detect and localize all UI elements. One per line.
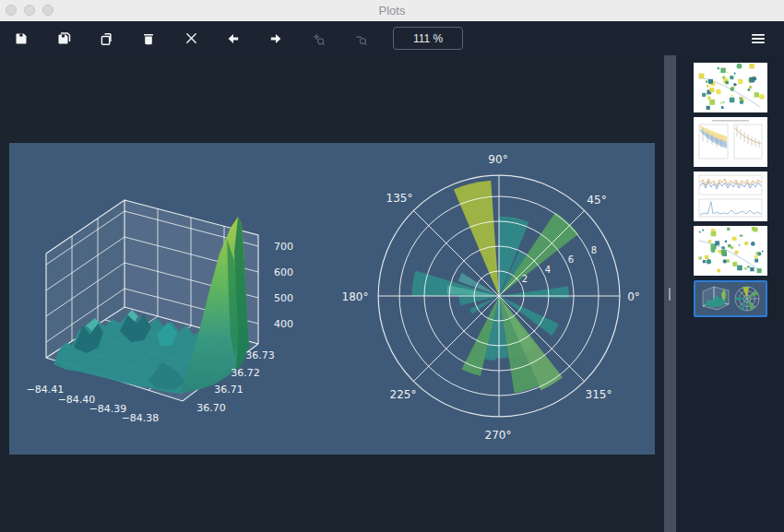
radial-tick-label: 2 (522, 274, 528, 284)
error-band-thumbnail-image (694, 117, 767, 167)
radial-tick-label: 4 (545, 265, 551, 275)
floppy-multiple-icon (56, 30, 72, 46)
angle-label: 0° (627, 290, 640, 303)
angle-label: 315° (586, 388, 612, 401)
floppy-icon (14, 31, 29, 46)
copy-button[interactable] (85, 21, 127, 55)
polar-bar-plot: 0° 45° 90° 135° 180° 225° 270° 315° 2 4 … (341, 143, 655, 447)
arrow-right-icon (268, 31, 283, 46)
scatter-thumbnail-image (694, 63, 767, 112)
toolbar (0, 21, 784, 55)
delete-button[interactable] (127, 21, 170, 55)
radial-tick-label: 6 (568, 254, 574, 265)
y-tick-label: 36.70 (196, 402, 226, 414)
angle-label: 90° (488, 153, 507, 166)
content-area: 700 600 500 400 36.73 36.72 36.71 36.70 … (0, 55, 784, 532)
menu-button[interactable] (744, 25, 772, 53)
trash-icon (141, 31, 156, 46)
close-x-icon (184, 31, 198, 45)
y-tick-label: 36.72 (231, 367, 260, 379)
window-title: Plots (0, 0, 784, 21)
window-titlebar: Plots (0, 0, 784, 21)
time-series-thumbnail-image (694, 171, 767, 221)
plots-window: Plots (0, 0, 784, 532)
angle-label: 135° (386, 192, 413, 205)
plot-thumbnail-time-series[interactable] (694, 171, 767, 221)
angle-label: 45° (587, 194, 606, 207)
plot-thumbnail-scatter-2[interactable] (694, 226, 767, 276)
surface-polar-thumbnail-image (695, 282, 766, 315)
z-tick-label: 500 (274, 292, 293, 304)
angle-label: 225° (390, 388, 417, 401)
radial-tick-label: 8 (591, 245, 597, 255)
z-tick-label: 400 (274, 318, 293, 330)
pane-divider[interactable] (664, 55, 676, 532)
delete-all-button[interactable] (170, 21, 212, 55)
arrow-left-icon (226, 31, 241, 46)
zoom-in-button[interactable] (297, 21, 339, 55)
plot-canvas: 700 600 500 400 36.73 36.72 36.71 36.70 … (0, 55, 664, 532)
y-tick-label: 36.73 (245, 349, 275, 361)
scatter-thumbnail-image (694, 226, 767, 276)
plot-thumbnail-scatter-1[interactable] (694, 63, 767, 112)
plot-thumbnail-error-bands[interactable] (694, 117, 767, 167)
previous-plot-button[interactable] (212, 21, 255, 55)
z-tick-label: 700 (274, 241, 293, 253)
save-button[interactable] (0, 21, 42, 55)
zoom-in-icon (311, 31, 326, 46)
plot-thumbnail-selected[interactable] (694, 280, 767, 317)
thumbnail-sidebar (676, 55, 784, 532)
next-plot-button[interactable] (255, 21, 297, 55)
divider-drag-handle[interactable] (669, 288, 671, 301)
y-tick-label: 36.71 (214, 384, 244, 396)
current-plot-image: 700 600 500 400 36.73 36.72 36.71 36.70 … (9, 143, 655, 455)
copy-icon (99, 31, 113, 46)
zoom-out-button[interactable] (339, 21, 382, 55)
angle-label: 180° (342, 290, 369, 303)
surface-3d-plot: 700 600 500 400 36.73 36.72 36.71 36.70 … (9, 150, 323, 455)
hamburger-menu-icon (751, 32, 766, 45)
angle-label: 270° (485, 429, 512, 442)
x-tick-label: −84.38 (122, 412, 160, 424)
zoom-level-input[interactable] (393, 27, 463, 50)
save-all-button[interactable] (42, 21, 85, 55)
zoom-out-icon (353, 31, 368, 46)
z-tick-label: 600 (274, 266, 293, 278)
